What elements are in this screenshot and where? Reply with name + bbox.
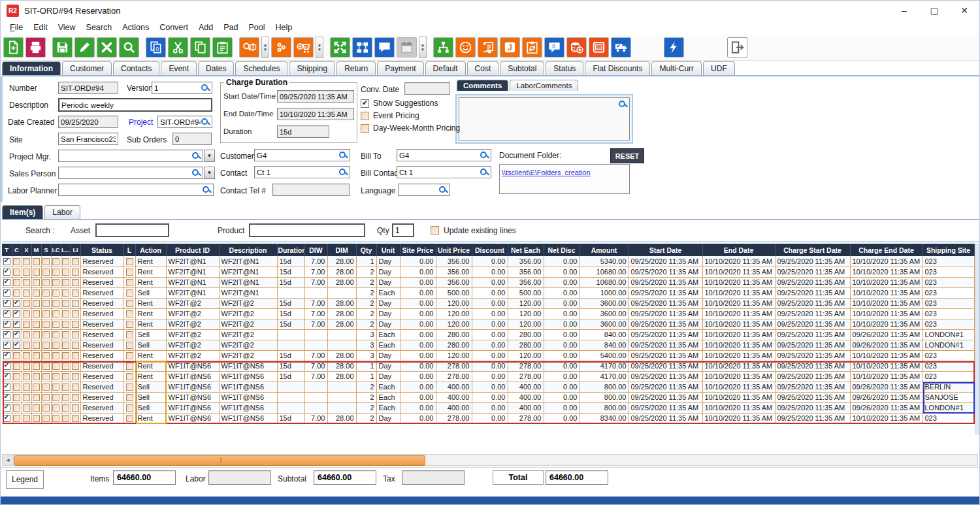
cell-action[interactable]: Rent — [135, 267, 166, 277]
tab-return[interactable]: Return — [336, 61, 376, 75]
row-check-i[interactable] — [61, 329, 71, 340]
date-created-field[interactable]: 09/25/2020 — [58, 116, 118, 128]
row-check-m[interactable] — [31, 392, 41, 402]
column-header-discount[interactable]: Discount — [472, 244, 508, 256]
qty-input[interactable]: 1 — [392, 223, 414, 237]
search-icon[interactable] — [438, 186, 448, 195]
cell-l[interactable] — [123, 287, 135, 298]
total-field[interactable]: 64660.00 — [546, 470, 608, 485]
subtotal-field[interactable]: 64660.00 — [314, 470, 376, 485]
tab-labor[interactable]: Labor — [44, 205, 80, 219]
search-icon[interactable] — [201, 118, 210, 127]
column-header-i-c[interactable]: I.C — [51, 244, 61, 256]
row-check-t[interactable] — [2, 277, 12, 287]
cell-disc[interactable]: 0.00 — [472, 277, 508, 287]
cell-unit[interactable]: Each — [376, 402, 400, 413]
cell-dim[interactable] — [327, 392, 356, 402]
search-icon[interactable] — [480, 151, 489, 160]
cell-l[interactable] — [123, 340, 135, 350]
cell-unit[interactable]: Day — [376, 298, 400, 308]
cell-qty[interactable]: 2 — [356, 413, 376, 423]
menu-file[interactable]: File — [5, 22, 28, 33]
row-check-x[interactable] — [22, 350, 31, 361]
column-header-shipping-site[interactable]: Shipping Site — [923, 244, 974, 256]
cell-qty[interactable]: 1 — [356, 361, 376, 371]
cell-ship[interactable]: SANJOSE — [923, 392, 974, 402]
cell-start[interactable]: 09/25/2020 11:35 AM — [629, 319, 702, 329]
row-check-m[interactable] — [31, 329, 41, 340]
row-check-t[interactable] — [2, 382, 12, 392]
cell-net_disc[interactable]: 0.00 — [544, 298, 580, 308]
cell-l[interactable] — [123, 371, 135, 382]
cell-net_disc[interactable]: 0.00 — [544, 340, 580, 350]
cell-amount[interactable]: 800.00 — [580, 392, 629, 402]
column-header-status[interactable]: Status — [80, 244, 123, 256]
number-field[interactable]: SIT-ORD#94 — [58, 82, 118, 94]
column-header-l[interactable]: L — [123, 244, 135, 256]
comments-input[interactable] — [459, 97, 630, 140]
labor-total-field[interactable] — [208, 470, 271, 485]
row-check-x[interactable] — [22, 392, 31, 402]
calendar-dropdown-caret[interactable]: ▼▼ — [419, 37, 427, 58]
row-check-x[interactable] — [22, 308, 31, 319]
checkbox[interactable] — [361, 99, 369, 108]
cell-status[interactable]: Reserved — [80, 361, 123, 371]
checkbox[interactable] — [361, 112, 369, 120]
cell-l[interactable] — [123, 361, 135, 371]
column-header-amount[interactable]: Amount — [580, 244, 629, 256]
cell-start[interactable]: 09/25/2020 11:35 AM — [629, 361, 702, 371]
row-check-c[interactable] — [12, 319, 22, 329]
cell-dur[interactable]: 15d — [277, 371, 304, 382]
project-field[interactable]: SIT-ORD#94 — [157, 116, 212, 128]
cell-product[interactable]: WF2IT@2 — [166, 319, 219, 329]
cell-status[interactable]: Reserved — [80, 287, 123, 298]
row-check-i-i[interactable] — [71, 308, 80, 319]
cell-net_disc[interactable]: 0.00 — [544, 382, 580, 392]
cell-diw[interactable]: 7.00 — [304, 256, 327, 267]
copy-button[interactable] — [190, 37, 210, 57]
cell-net_disc[interactable]: 0.00 — [544, 413, 580, 423]
column-header-c[interactable]: C — [12, 244, 22, 256]
edit-button[interactable] — [74, 37, 95, 57]
row-check-c[interactable] — [12, 371, 22, 382]
labor-planner-field[interactable] — [58, 184, 214, 196]
cell-end[interactable]: 10/10/2020 11:35 AM — [702, 256, 775, 267]
row-check-i[interactable] — [61, 392, 71, 402]
product-search-dropdown-caret[interactable]: ▼▼ — [261, 37, 269, 58]
cell-net_each[interactable]: 120.00 — [508, 298, 544, 308]
row-check-m[interactable] — [31, 298, 41, 308]
column-header-net-each[interactable]: Net Each — [508, 244, 544, 256]
cell-dim[interactable]: 28.00 — [327, 267, 356, 277]
cell-cend[interactable]: 10/10/2020 11:35 AM — [850, 277, 923, 287]
menu-edit[interactable]: Edit — [28, 22, 53, 33]
search-icon[interactable] — [338, 151, 348, 160]
cell-status[interactable]: Reserved — [80, 277, 123, 287]
cell-net_disc[interactable]: 0.00 — [544, 350, 580, 361]
cell-action[interactable]: Rent — [135, 298, 166, 308]
row-check-c[interactable] — [12, 267, 22, 277]
cell-start[interactable]: 09/25/2020 11:35 AM — [629, 329, 702, 340]
cell-l[interactable] — [123, 308, 135, 319]
row-check-s[interactable] — [41, 350, 51, 361]
cell-unit[interactable]: Each — [376, 329, 400, 340]
row-check-t[interactable] — [2, 361, 12, 371]
cell-l[interactable] — [123, 277, 135, 287]
cell-dim[interactable]: 28.00 — [327, 319, 356, 329]
row-check-s[interactable] — [41, 382, 51, 392]
row-check-c[interactable] — [12, 329, 22, 340]
close-button[interactable]: ✕ — [949, 1, 979, 20]
cell-product[interactable]: WF2IT@N1 — [166, 267, 219, 277]
bill-contact-field[interactable]: Ct 1 — [397, 166, 491, 178]
cell-action[interactable]: Rent — [135, 308, 166, 319]
cell-status[interactable]: Reserved — [80, 329, 123, 340]
cell-desc[interactable]: WF2IT@2 — [219, 340, 277, 350]
row-check-i-i[interactable] — [71, 402, 80, 413]
row-check-x[interactable] — [22, 267, 31, 277]
cell-start[interactable]: 09/25/2020 11:35 AM — [629, 287, 702, 298]
row-check-c[interactable] — [12, 382, 22, 392]
cell-dur[interactable]: 15d — [277, 319, 304, 329]
row-check-m[interactable] — [31, 319, 41, 329]
cell-site_price[interactable]: 0.00 — [400, 256, 436, 267]
row-check-m[interactable] — [31, 402, 41, 413]
cell-disc[interactable]: 0.00 — [472, 256, 508, 267]
